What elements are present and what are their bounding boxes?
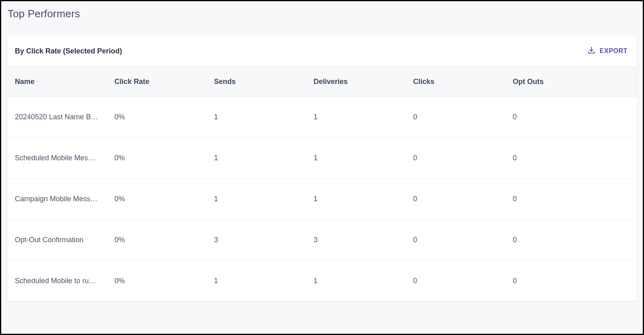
cell-opt-outs: 0 — [505, 261, 636, 302]
cell-click-rate: 0% — [107, 138, 207, 179]
table-row[interactable]: Campaign Mobile Mess… 0% 1 1 0 0 — [8, 179, 636, 220]
col-header-name[interactable]: Name — [8, 67, 107, 97]
card-header: By Click Rate (Selected Period) EXPORT — [8, 35, 636, 67]
table-row[interactable]: Opt-Out Confirmation 0% 3 3 0 0 — [8, 220, 636, 261]
cell-deliveries: 1 — [306, 138, 406, 179]
col-header-clicks[interactable]: Clicks — [406, 67, 505, 97]
cell-sends: 1 — [207, 261, 306, 302]
cell-opt-outs: 0 — [505, 179, 636, 220]
cell-name: 20240520 Last Name B… — [15, 113, 100, 121]
cell-clicks: 0 — [406, 97, 505, 138]
cell-clicks: 0 — [406, 261, 505, 302]
cell-opt-outs: 0 — [505, 138, 636, 179]
cell-clicks: 0 — [406, 138, 505, 179]
table-header-row: Name Click Rate Sends Deliveries Clicks … — [8, 67, 636, 97]
cell-name: Campaign Mobile Mess… — [15, 195, 100, 203]
page-title: Top Performers — [8, 8, 636, 20]
col-header-click-rate[interactable]: Click Rate — [107, 67, 207, 97]
cell-deliveries: 1 — [306, 179, 406, 220]
cell-name: Scheduled Mobile to ru… — [15, 277, 100, 285]
cell-click-rate: 0% — [107, 261, 207, 302]
cell-deliveries: 3 — [306, 220, 406, 261]
cell-sends: 1 — [207, 179, 306, 220]
cell-click-rate: 0% — [107, 220, 207, 261]
cell-sends: 1 — [207, 138, 306, 179]
cell-opt-outs: 0 — [505, 220, 636, 261]
table-row[interactable]: Scheduled Mobile Mes… 0% 1 1 0 0 — [8, 138, 636, 179]
table-row[interactable]: 20240520 Last Name B… 0% 1 1 0 0 — [8, 97, 636, 138]
cell-click-rate: 0% — [107, 179, 207, 220]
cell-clicks: 0 — [406, 179, 505, 220]
table-row[interactable]: Scheduled Mobile to ru… 0% 1 1 0 0 — [8, 261, 636, 302]
cell-name: Opt-Out Confirmation — [15, 236, 100, 244]
performers-table: Name Click Rate Sends Deliveries Clicks … — [8, 67, 636, 301]
cell-sends: 1 — [207, 97, 306, 138]
cell-name: Scheduled Mobile Mes… — [15, 154, 100, 162]
card-subtitle: By Click Rate (Selected Period) — [15, 47, 122, 55]
cell-deliveries: 1 — [306, 261, 406, 302]
cell-clicks: 0 — [406, 220, 505, 261]
cell-opt-outs: 0 — [505, 97, 636, 138]
cell-click-rate: 0% — [107, 97, 207, 138]
cell-sends: 3 — [207, 220, 306, 261]
download-icon — [587, 46, 596, 56]
top-performers-card: By Click Rate (Selected Period) EXPORT N… — [8, 35, 636, 301]
col-header-sends[interactable]: Sends — [207, 67, 306, 97]
col-header-opt-outs[interactable]: Opt Outs — [505, 67, 636, 97]
export-label: EXPORT — [600, 47, 628, 55]
export-button[interactable]: EXPORT — [585, 43, 629, 59]
cell-deliveries: 1 — [306, 97, 406, 138]
col-header-deliveries[interactable]: Deliveries — [306, 67, 406, 97]
